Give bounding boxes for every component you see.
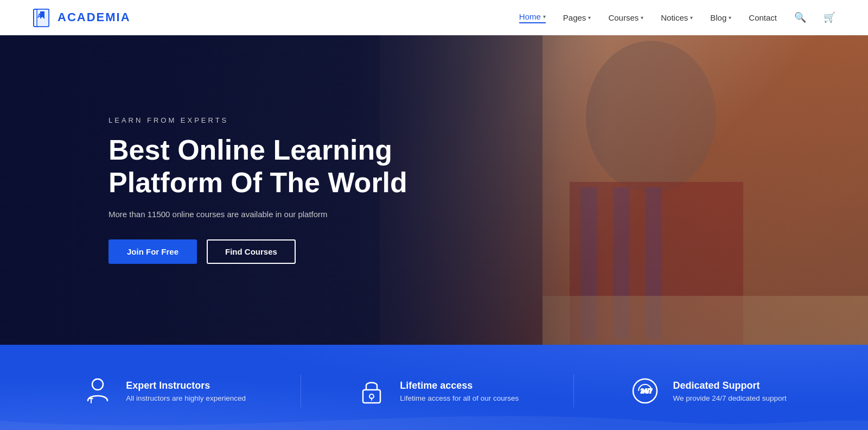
- lock-icon-wrap: [355, 375, 388, 407]
- support-icon-wrap: 24/7: [629, 375, 661, 407]
- feature-item-access: Lifetime access Lifetime access for all …: [355, 375, 519, 407]
- svg-point-12: [92, 379, 103, 390]
- person-icon-wrap: [81, 375, 114, 407]
- svg-text:24/7: 24/7: [641, 388, 652, 394]
- support-icon: 24/7: [631, 377, 659, 405]
- nav-item-courses[interactable]: Courses ▾: [608, 13, 643, 22]
- person-icon: [84, 377, 112, 405]
- feature-desc-access: Lifetime access for all of our courses: [400, 394, 519, 402]
- lock-icon: [358, 377, 386, 405]
- svg-rect-13: [363, 390, 380, 403]
- feature-title-instructors: Expert Instructors: [126, 380, 246, 391]
- chevron-down-icon: ▾: [729, 15, 731, 21]
- nav-item-pages[interactable]: Pages ▾: [563, 13, 591, 22]
- chevron-down-icon: ▾: [690, 15, 693, 21]
- main-nav: Home ▾ Pages ▾ Courses ▾ Notices ▾ Blog …: [519, 11, 835, 23]
- chevron-down-icon: ▾: [641, 15, 643, 21]
- hero-content: LEARN FROM EXPERTS Best Online Learning …: [0, 35, 868, 345]
- join-free-button[interactable]: Join For Free: [108, 239, 197, 264]
- nav-item-blog[interactable]: Blog ▾: [710, 13, 731, 22]
- logo[interactable]: A ACADEMIA: [33, 7, 131, 28]
- features-bar: Expert Instructors All instructors are h…: [0, 345, 868, 430]
- logo-icon: A: [33, 7, 53, 28]
- feature-text-instructors: Expert Instructors All instructors are h…: [126, 380, 246, 402]
- logo-text: ACADEMIA: [58, 10, 131, 24]
- feature-text-access: Lifetime access Lifetime access for all …: [400, 380, 519, 402]
- chevron-down-icon: ▾: [543, 14, 546, 20]
- nav-item-home[interactable]: Home ▾: [519, 12, 546, 23]
- nav-item-notices[interactable]: Notices ▾: [661, 13, 693, 22]
- hero-eyebrow: LEARN FROM EXPERTS: [108, 116, 868, 124]
- feature-title-support: Dedicated Support: [673, 380, 787, 391]
- hero-buttons: Join For Free Find Courses: [108, 239, 868, 264]
- feature-title-access: Lifetime access: [400, 380, 519, 391]
- svg-text:A: A: [37, 13, 41, 19]
- hero-title: Best Online Learning Platform Of The Wor…: [108, 134, 412, 199]
- search-icon[interactable]: 🔍: [794, 11, 806, 23]
- feature-divider-1: [301, 375, 301, 407]
- feature-item-instructors: Expert Instructors All instructors are h…: [81, 375, 246, 407]
- feature-divider-2: [573, 375, 574, 407]
- nav-item-contact[interactable]: Contact: [749, 13, 777, 22]
- feature-desc-instructors: All instructors are highly experienced: [126, 394, 246, 402]
- header: A ACADEMIA Home ▾ Pages ▾ Courses ▾ Noti…: [0, 0, 868, 35]
- hero-section: LEARN FROM EXPERTS Best Online Learning …: [0, 35, 868, 345]
- feature-item-support: 24/7 Dedicated Support We provide 24/7 d…: [629, 375, 787, 407]
- cart-icon[interactable]: 🛒: [824, 11, 835, 23]
- hero-subtitle: More than 11500 online courses are avail…: [108, 210, 868, 219]
- feature-desc-support: We provide 24/7 dedicated support: [673, 394, 787, 402]
- feature-text-support: Dedicated Support We provide 24/7 dedica…: [673, 380, 787, 402]
- find-courses-button[interactable]: Find Courses: [207, 239, 296, 264]
- chevron-down-icon: ▾: [588, 15, 591, 21]
